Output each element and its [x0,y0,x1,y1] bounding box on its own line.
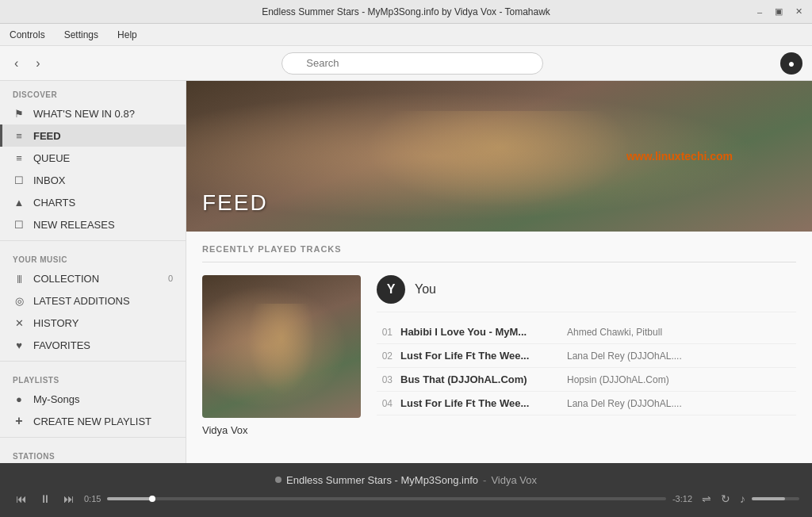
sidebar-item-label: CHARTS [33,197,75,209]
collection-badge: 0 [168,274,173,283]
sidebar-item-charts[interactable]: ▲ CHARTS [0,191,186,213]
player-dot [275,477,282,483]
menu-controls[interactable]: Controls [6,28,48,42]
tracks-layout: Vidya Vox Y You 01 Habibi I Love You - M [202,275,796,436]
window-title: Endless Summer Stars - MyMp3Song.info by… [262,6,550,17]
table-row[interactable]: 03 Bus That (DJJOhAL.Com) Hopsin (DJJOhA… [377,368,796,392]
sidebar-item-feed[interactable]: ≡ FEED [0,124,186,147]
featured-track[interactable]: Y You [377,275,796,312]
close-button[interactable]: ✕ [792,5,806,18]
toolbar: ‹ › 🔍 ● [0,46,812,81]
sidebar-item-label: FEED [33,130,61,142]
table-row[interactable]: 01 Habibi I Love You - MyM... Ahmed Chaw… [377,320,796,344]
sidebar-divider-1 [0,240,186,241]
track-number: 04 [377,398,393,409]
sidebar-item-favorites[interactable]: ♥ FAVORITES [0,334,186,356]
sidebar-item-whats-new[interactable]: ⚑ WHAT'S NEW IN 0.8? [0,102,186,124]
sidebar-item-latest-additions[interactable]: ◎ LATEST ADDITIONS [0,289,186,312]
sidebar-item-my-songs[interactable]: ● My-Songs [0,388,186,410]
menu-help[interactable]: Help [114,28,140,42]
player-time-remaining: -3:12 [672,494,692,504]
sidebar: DISCOVER ⚑ WHAT'S NEW IN 0.8? ≡ FEED ≡ Q… [0,81,186,463]
track-artist: Ahmed Chawki, Pitbull [567,327,662,338]
menu-settings[interactable]: Settings [61,28,102,42]
queue-icon: ≡ [13,151,25,164]
sidebar-item-label: QUEUE [33,152,70,164]
player-separator: - [483,474,486,486]
recently-played-header: RECENTLY PLAYED TRACKS [202,244,796,262]
featured-track-name: You [415,282,436,297]
whats-new-icon: ⚑ [13,107,25,120]
recently-played-section: RECENTLY PLAYED TRACKS Vidya Vox Y [186,232,812,449]
window-controls: – ▣ ✕ [754,5,806,18]
artist-image[interactable] [202,275,361,418]
charts-icon: ▲ [13,196,25,209]
progress-bar[interactable] [107,497,666,500]
sidebar-item-label: LATEST ADDITIONS [33,295,130,307]
prev-button[interactable]: ⏮ [13,491,30,507]
user-icon-symbol: ● [788,57,795,70]
hero-title: FEED [202,190,268,216]
my-songs-icon: ● [13,393,25,405]
playlists-label: PLAYLISTS [0,366,186,388]
track-title: Lust For Life Ft The Wee... [400,350,559,362]
user-avatar[interactable]: ● [780,52,802,75]
avatar-letter: Y [387,282,396,297]
tracks-list: Y You 01 Habibi I Love You - MyM... Ahme… [377,275,796,436]
player-right-controls: ⇌ ↻ ♪ [699,491,799,507]
title-bar: Endless Summer Stars - MyMp3Song.info by… [0,0,812,24]
progress-knob[interactable] [149,496,155,502]
sidebar-item-history[interactable]: ✕ HISTORY [0,312,186,334]
search-container: 🔍 [53,52,772,75]
back-button[interactable]: ‹ [10,53,23,74]
player-track-info: Endless Summer Stars - MyMp3Song.info - … [275,474,537,486]
track-number: 03 [377,374,393,385]
sidebar-item-label: COLLECTION [33,273,99,285]
track-artist: Hopsin (DJJOhAL.Com) [567,374,669,385]
sidebar-item-label: HISTORY [33,317,79,329]
sidebar-item-label: WHAT'S NEW IN 0.8? [33,108,135,120]
create-playlist-icon: + [13,415,25,427]
sidebar-item-label: INBOX [33,174,65,186]
minimize-button[interactable]: – [754,6,765,18]
menu-bar: Controls Settings Help [0,24,812,46]
track-title: Bus That (DJJOhAL.Com) [400,373,559,385]
feed-icon: ≡ [13,129,25,142]
track-avatar: Y [377,275,405,304]
track-title: Habibi I Love You - MyM... [400,326,559,338]
sidebar-item-inbox[interactable]: ☐ INBOX [0,169,186,191]
next-button[interactable]: ⏭ [60,491,78,507]
sidebar-item-create-playlist[interactable]: + CREATE NEW PLAYLIST [0,410,186,432]
hero-banner: FEED www.linuxtechi.com [186,81,812,232]
maximize-button[interactable]: ▣ [772,5,786,18]
table-row[interactable]: 02 Lust For Life Ft The Wee... Lana Del … [377,344,796,368]
search-input[interactable] [282,52,543,75]
volume-bar[interactable] [752,497,799,500]
sidebar-item-label: My-Songs [33,393,80,405]
search-wrapper: 🔍 [282,52,543,75]
repeat-button[interactable]: ↻ [718,491,733,507]
track-artist: Lana Del Rey (DJJOhAL.... [567,398,682,409]
inbox-icon: ☐ [13,174,25,186]
sidebar-item-collection[interactable]: ||| COLLECTION 0 [0,267,186,289]
track-number: 02 [377,350,393,362]
discover-section-label: DISCOVER [0,81,186,102]
artist-name: Vidya Vox [202,424,361,436]
new-releases-icon: ☐ [13,218,25,231]
player-track-name: Endless Summer Stars - MyMp3Song.info [286,474,478,486]
play-pause-button[interactable]: ⏸ [36,491,54,507]
volume-button[interactable]: ♪ [737,491,749,507]
shuffle-button[interactable]: ⇌ [699,491,714,507]
sidebar-divider-2 [0,361,186,362]
watermark-text: www.linuxtechi.com [626,150,733,163]
sidebar-item-queue[interactable]: ≡ QUEUE [0,147,186,169]
sidebar-divider-3 [0,437,186,438]
track-artist: Lana Del Rey (DJJOhAL.... [567,350,682,362]
sidebar-item-new-releases[interactable]: ☐ NEW RELEASES [0,213,186,236]
volume-fill [752,497,785,500]
table-row[interactable]: 04 Lust For Life Ft The Wee... Lana Del … [377,392,796,416]
progress-fill [107,497,151,500]
stations-label: STATIONS [0,442,186,463]
your-music-label: YOUR MUSIC [0,246,186,267]
forward-button[interactable]: › [31,53,44,74]
